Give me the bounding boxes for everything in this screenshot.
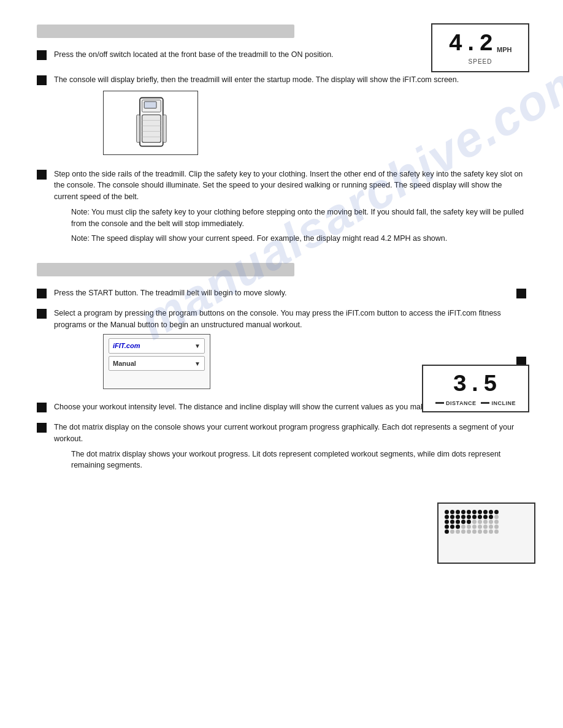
step4-text: Press the START button. The treadmill be…	[54, 287, 491, 299]
step3-note2: Note: The speed display will show your c…	[71, 233, 526, 245]
distance-dash-icon	[435, 402, 444, 404]
dotmatrix-display	[437, 502, 535, 564]
svg-rect-3	[142, 115, 161, 142]
speed-unit: MPH	[497, 46, 511, 53]
page: manualsarchive.com 4.2 MPH SPEED Press t…	[0, 0, 563, 728]
ifit-arrow: ▼	[194, 341, 201, 351]
speed-display: 4.2 MPH SPEED	[431, 23, 529, 72]
incline-label: INCLINE	[491, 400, 516, 406]
ifit-label: iFIT.com	[113, 341, 140, 351]
step7-bullet	[37, 423, 47, 433]
dist-incline-labels: DISTANCE INCLINE	[435, 400, 516, 406]
step3-text: Step onto the side rails of the treadmil…	[54, 169, 526, 245]
dot-row-3	[445, 520, 528, 524]
dot-row-5	[445, 529, 528, 534]
dot-row-2	[445, 515, 528, 519]
svg-rect-9	[163, 115, 166, 142]
dist-incline-display: 3.5 DISTANCE INCLINE	[422, 365, 529, 412]
speed-label: SPEED	[469, 58, 492, 65]
step7-row: The dot matrix display on the console sh…	[37, 422, 526, 471]
step5-bullet	[37, 309, 47, 319]
step7-text: The dot matrix display on the console sh…	[54, 422, 526, 471]
step3-row: Step onto the side rails of the treadmil…	[37, 169, 526, 245]
manual-arrow: ▼	[194, 359, 201, 368]
step3-note1: Note: You must clip the safety key to yo…	[71, 207, 526, 230]
treadmill-svg	[126, 95, 175, 150]
dot-row-1	[445, 510, 528, 514]
step7-note: The dot matrix display shows your workou…	[71, 449, 526, 472]
svg-rect-2	[144, 102, 156, 108]
ifit-row: iFIT.com ▼	[109, 338, 205, 354]
dot-grid	[442, 507, 530, 559]
console-program-image: iFIT.com ▼ Manual ▼	[103, 334, 210, 389]
section1-header-bar	[37, 25, 294, 38]
treadmill-image	[103, 91, 198, 155]
step2-bullet	[37, 75, 47, 85]
step2-text: The console will display briefly, then t…	[54, 74, 526, 160]
distance-label: DISTANCE	[446, 400, 476, 406]
step4-row: Press the START button. The treadmill be…	[37, 287, 526, 299]
step2-row: The console will display briefly, then t…	[37, 74, 526, 160]
step6-bullet	[37, 403, 47, 412]
distance-label-group: DISTANCE	[435, 400, 476, 406]
step3-bullet	[37, 170, 47, 180]
incline-dash-icon	[481, 402, 489, 404]
manual-row: Manual ▼	[109, 356, 205, 371]
dist-incline-value: 3.5	[453, 371, 498, 398]
step1-bullet	[37, 50, 47, 60]
section2: 3.5 DISTANCE INCLINE	[37, 263, 526, 471]
speed-value: 4.2	[449, 31, 494, 57]
manual-label: Manual	[113, 358, 136, 369]
step4-bullet	[37, 289, 47, 298]
step4b-bullet	[516, 289, 526, 298]
section2-header-bar	[37, 263, 294, 276]
dot-row-4	[445, 525, 528, 529]
svg-rect-8	[136, 115, 139, 142]
incline-label-group: INCLINE	[481, 400, 516, 406]
